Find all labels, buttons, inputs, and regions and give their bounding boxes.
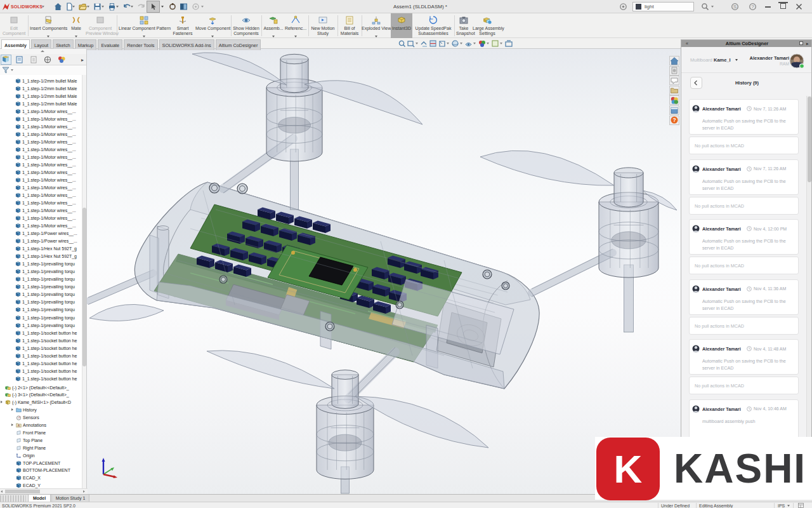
svg-text:S: S	[733, 4, 737, 10]
svg-text:?: ?	[751, 4, 754, 10]
svg-text:?: ?	[672, 117, 676, 123]
svg-text:A: A	[18, 424, 20, 427]
